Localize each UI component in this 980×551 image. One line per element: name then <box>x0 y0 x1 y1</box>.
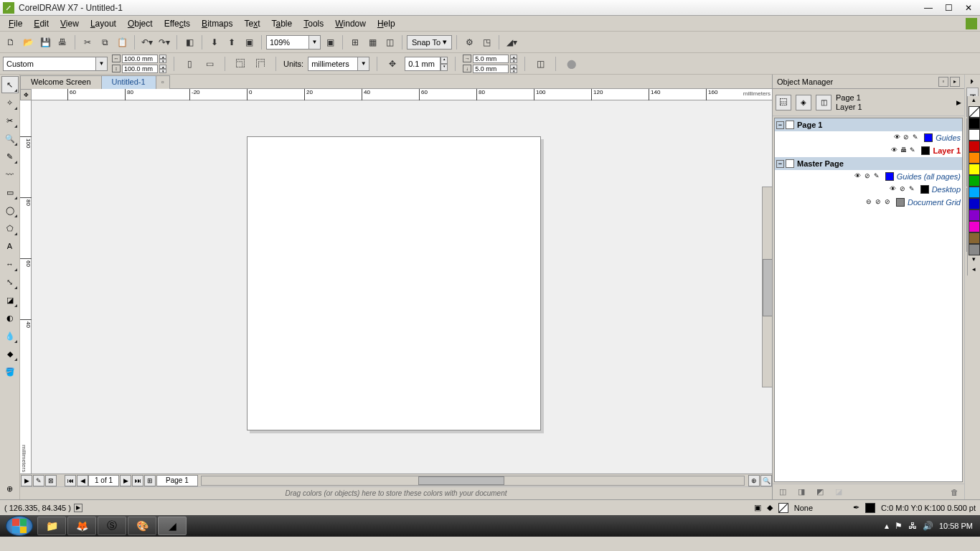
menu-tools[interactable]: Tools <box>298 17 329 30</box>
layer-color-swatch[interactable] <box>896 198 905 207</box>
editable-icon[interactable]: ✎ <box>911 133 920 142</box>
menu-help[interactable]: Help <box>372 17 401 30</box>
horizontal-ruler[interactable]: 60 80 -20 0 20 40 60 80 100 120 140 160 … <box>32 89 772 100</box>
taskbar-explorer[interactable]: 📁 <box>37 517 66 535</box>
new-layer-button[interactable]: ◫ <box>776 486 790 499</box>
menu-window[interactable]: Window <box>329 17 372 30</box>
taskbar-skype[interactable]: Ⓢ <box>98 517 126 535</box>
color-swatch-blue[interactable] <box>969 198 980 209</box>
color-swatch-yellow[interactable] <box>969 164 980 175</box>
maximize-button[interactable]: ☐ <box>940 2 957 14</box>
menu-bitmaps[interactable]: Bitmaps <box>196 17 238 30</box>
freehand-tool[interactable]: ✎ <box>1 148 19 165</box>
color-swatch-white[interactable] <box>969 129 980 141</box>
outline-swatch[interactable] <box>865 503 875 513</box>
grid-button[interactable]: ▦ <box>364 34 380 50</box>
editable-icon[interactable]: ✎ <box>908 146 917 155</box>
printable-icon[interactable]: ⊘ <box>863 172 872 181</box>
quick-customize-button[interactable]: ⊕ <box>1 480 19 497</box>
menu-file[interactable]: File <box>3 17 28 30</box>
units-input[interactable] <box>308 57 358 71</box>
transparency-tool[interactable]: ◐ <box>1 309 19 326</box>
rulers-button[interactable]: ⊞ <box>347 34 363 50</box>
ellipse-tool[interactable]: ◯ <box>1 202 19 219</box>
dup-x-input[interactable] <box>473 55 509 63</box>
artistic-media-tool[interactable]: 〰 <box>1 166 19 183</box>
page[interactable] <box>247 136 541 430</box>
palette-flyout-button[interactable]: ◂ <box>968 265 980 276</box>
shape-tool[interactable]: ✧ <box>1 94 19 111</box>
nudge-input[interactable] <box>405 57 440 71</box>
menu-text[interactable]: Text <box>238 17 265 30</box>
tab-new-button[interactable]: ▫ <box>156 75 170 89</box>
app-launcher-button[interactable]: ◢▾ <box>504 34 519 50</box>
tray-show-hidden-icon[interactable]: ▴ <box>885 521 889 531</box>
layer-color-swatch[interactable] <box>885 172 894 181</box>
collapse-icon[interactable]: − <box>776 121 784 129</box>
tray-volume-icon[interactable]: 🔊 <box>923 521 933 531</box>
color-swatch-purple[interactable] <box>969 209 980 221</box>
spinner[interactable]: ▴▾ <box>510 55 517 63</box>
units-combo[interactable]: ▼ <box>308 56 369 72</box>
record-button[interactable]: ⬤ <box>563 56 579 72</box>
playback-button[interactable]: ▶ <box>74 504 83 512</box>
start-button[interactable] <box>6 516 33 536</box>
paste-button[interactable]: 📋 <box>114 34 130 50</box>
zoom-combo[interactable]: ▼ <box>266 34 321 50</box>
connector-tool[interactable]: ⤡ <box>1 273 19 291</box>
fullscreen-button[interactable]: ▣ <box>322 34 338 50</box>
delete-button[interactable]: 🗑 <box>947 486 961 499</box>
no-color-swatch[interactable] <box>969 106 980 118</box>
add-page-after-button[interactable]: ⊞ <box>144 475 156 486</box>
guidelines-button[interactable]: ◫ <box>382 34 397 50</box>
last-page-button[interactable]: ⏭ <box>132 475 143 486</box>
taskbar-coreldraw[interactable]: ◢ <box>158 517 187 535</box>
vertical-scrollbar[interactable] <box>762 187 772 387</box>
drawing-window[interactable]: ✥ 60 80 -20 0 20 40 60 80 100 120 140 16… <box>20 89 772 474</box>
landscape-button[interactable]: ▭ <box>202 56 217 72</box>
horizontal-scrollbar[interactable] <box>201 476 745 486</box>
taskbar-firefox[interactable]: 🦊 <box>67 517 96 535</box>
visible-icon[interactable]: 👁 <box>889 185 897 194</box>
move-to-layer-button[interactable]: ◪ <box>831 486 846 499</box>
rectangle-tool[interactable]: ▭ <box>1 184 19 201</box>
cut-button[interactable]: ✂ <box>80 34 95 50</box>
tray-network-icon[interactable]: 🖧 <box>908 521 917 531</box>
page-preset-combo[interactable]: ▼ <box>3 56 108 72</box>
outline-pen-icon[interactable]: ✒ <box>853 503 859 512</box>
search-content-button[interactable]: ◧ <box>182 34 197 50</box>
save-button[interactable]: 💾 <box>37 34 53 50</box>
page-flyout-button[interactable]: ▶ <box>956 99 961 106</box>
color-proof-icon[interactable]: ▣ <box>754 503 761 512</box>
editable-icon[interactable]: ⊘ <box>883 198 892 207</box>
no-fill-button[interactable]: ⊠ <box>45 475 57 486</box>
chevron-down-icon[interactable]: ▼ <box>96 57 108 71</box>
layer-manager-view-button[interactable]: ◫ <box>816 95 831 110</box>
layer-color-swatch[interactable] <box>920 185 929 194</box>
nudge-input-group[interactable]: ▴▾ <box>405 56 448 72</box>
menu-layout[interactable]: Layout <box>85 17 122 30</box>
visible-icon[interactable]: 👁 <box>890 146 898 155</box>
spinner[interactable]: ▴▾ <box>159 55 166 63</box>
tab-document[interactable]: Untitled-1 <box>101 75 156 89</box>
page-indicator[interactable]: 1 of 1 <box>88 475 119 486</box>
undo-button[interactable]: ↶▾ <box>139 34 155 50</box>
palette-up-button[interactable]: ▴ <box>968 96 980 106</box>
crop-tool[interactable]: ✂ <box>1 112 19 129</box>
docker-expand-icon[interactable]: ⏵ <box>969 77 976 88</box>
tree-guides-row[interactable]: 👁⊘✎ Guides <box>775 131 962 144</box>
prev-page-button[interactable]: ◀ <box>77 475 88 486</box>
snap-dropdown[interactable]: Snap To ▾ <box>407 35 452 50</box>
navigator-button[interactable]: ⊕ <box>748 475 760 486</box>
first-page-button[interactable]: ⏮ <box>65 475 76 486</box>
fill-none-swatch[interactable] <box>778 503 788 513</box>
edit-across-layers-button[interactable]: ◈ <box>796 95 811 110</box>
color-swatch-gray[interactable] <box>969 244 980 255</box>
publish-pdf-button[interactable]: ▣ <box>241 34 257 50</box>
options-button[interactable]: ⚙ <box>461 34 477 50</box>
redo-button[interactable]: ↷▾ <box>156 34 172 50</box>
new-master-layer-button[interactable]: ◨ <box>794 486 809 499</box>
color-eyedropper-tool[interactable]: 💧 <box>1 327 19 344</box>
page-preset-input[interactable] <box>3 57 96 71</box>
menu-effects[interactable]: Effects <box>159 17 196 30</box>
